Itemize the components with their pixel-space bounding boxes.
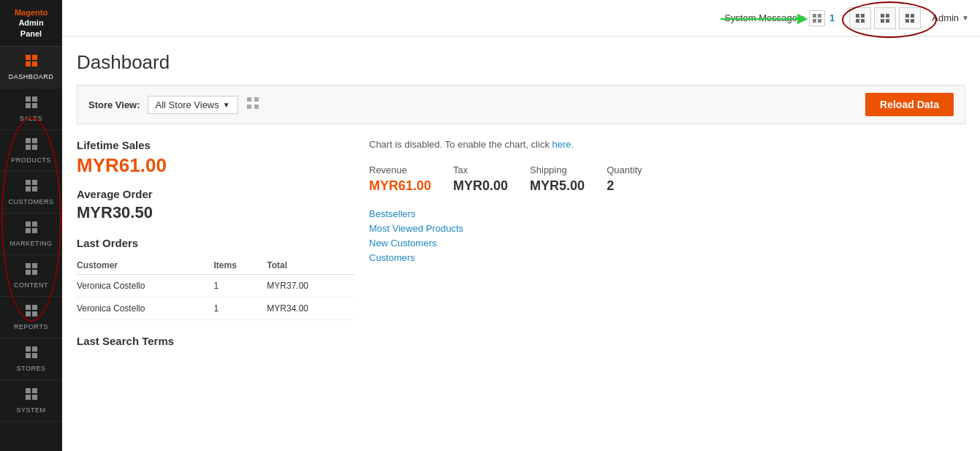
topbar-view-icons — [849, 7, 921, 29]
stat-quantity-label: Quantity — [607, 164, 642, 175]
svg-rect-7 — [32, 103, 37, 108]
svg-rect-2 — [26, 61, 31, 67]
svg-rect-13 — [32, 180, 37, 185]
content-icon — [25, 262, 38, 279]
store-view-dropdown[interactable]: All Store Views ▼ — [148, 96, 238, 114]
svg-rect-14 — [26, 186, 31, 192]
svg-rect-51 — [911, 14, 914, 18]
content-area: Dashboard Store View: All Store Views ▼ … — [62, 37, 980, 451]
dashboard-left: Lifetime Sales MYR61.00 Average Order MY… — [77, 139, 354, 347]
products-icon — [25, 137, 38, 154]
quick-link-bestsellers[interactable]: Bestsellers — [369, 208, 965, 219]
avg-order-value: MYR30.50 — [77, 203, 354, 222]
table-row: Veronica Costello 1 MYR37.00 — [77, 275, 354, 297]
reload-data-button[interactable]: Reload Data — [865, 93, 954, 116]
last-orders-table: Customer Items Total Veronica Costello 1… — [77, 257, 354, 320]
sidebar-item-system[interactable]: SYSTEM — [0, 380, 62, 422]
svg-rect-43 — [861, 14, 865, 18]
store-view-label: Store View: — [88, 99, 140, 110]
sidebar-item-products[interactable]: PRODUCTS — [0, 130, 62, 172]
svg-rect-42 — [856, 14, 859, 18]
system-messages-label: System Messages: — [724, 12, 805, 23]
svg-rect-8 — [26, 138, 31, 143]
svg-rect-16 — [26, 221, 31, 227]
svg-rect-25 — [32, 305, 37, 310]
svg-rect-33 — [32, 388, 37, 393]
sidebar-item-marketing[interactable]: MARKETING — [0, 213, 62, 255]
store-view-config-icon[interactable] — [246, 96, 260, 114]
customers-icon — [25, 179, 38, 196]
topbar: System Messages: 1 Admin ▼ — [62, 0, 980, 37]
logo-magento: Magento — [15, 8, 48, 17]
system-icon — [25, 387, 38, 404]
svg-rect-15 — [32, 186, 37, 192]
quick-link-most-viewed[interactable]: Most Viewed Products — [369, 223, 965, 234]
view-icon-3[interactable] — [899, 7, 921, 29]
svg-rect-50 — [905, 14, 909, 18]
stat-tax-value: MYR0.00 — [453, 178, 508, 194]
system-messages-icon[interactable] — [809, 10, 825, 26]
sidebar-item-label-dashboard: DASHBOARD — [9, 73, 54, 80]
view-icon-2[interactable] — [874, 7, 896, 29]
svg-rect-32 — [26, 388, 31, 393]
lifetime-sales-label: Lifetime Sales — [77, 139, 354, 151]
svg-rect-49 — [886, 19, 889, 23]
admin-chevron-icon: ▼ — [962, 14, 969, 22]
chart-enable-link[interactable]: here. — [552, 139, 574, 150]
svg-rect-26 — [26, 311, 31, 317]
svg-rect-53 — [911, 19, 914, 23]
order-total-1: MYR37.00 — [267, 275, 354, 297]
sidebar-item-label-stores: STORES — [17, 365, 46, 372]
dashboard-icon — [25, 54, 38, 71]
sidebar-item-reports[interactable]: REPORTS — [0, 297, 62, 338]
stat-tax-label: Tax — [453, 164, 508, 175]
main-content: System Messages: 1 Admin ▼ Dashboard — [62, 0, 980, 451]
svg-rect-4 — [26, 96, 31, 102]
svg-rect-41 — [818, 19, 821, 23]
svg-rect-3 — [32, 61, 37, 67]
sales-icon — [25, 96, 38, 113]
sidebar-item-dashboard[interactable]: DASHBOARD — [0, 47, 62, 88]
svg-rect-18 — [26, 228, 31, 233]
svg-rect-21 — [32, 263, 37, 268]
sidebar-item-customers[interactable]: CUSTOMERS — [0, 172, 62, 213]
admin-label: Admin — [932, 12, 959, 23]
svg-rect-12 — [26, 180, 31, 185]
dashboard-body: Lifetime Sales MYR61.00 Average Order MY… — [77, 139, 965, 347]
stat-tax: Tax MYR0.00 — [453, 164, 508, 194]
stat-shipping-label: Shipping — [530, 164, 585, 175]
svg-rect-5 — [32, 96, 37, 102]
svg-rect-46 — [881, 14, 884, 18]
stat-shipping-value: MYR5.00 — [530, 178, 585, 194]
sidebar-item-label-reports: REPORTS — [14, 323, 48, 330]
sidebar-item-content[interactable]: CONTENT — [0, 255, 62, 297]
quick-link-new-customers[interactable]: New Customers — [369, 238, 965, 249]
stats-row: Revenue MYR61.00 Tax MYR0.00 Shipping MY… — [369, 164, 965, 194]
svg-rect-27 — [32, 311, 37, 317]
store-view-bar: Store View: All Store Views ▼ Reload Dat… — [77, 85, 965, 124]
svg-rect-44 — [856, 19, 859, 23]
stat-quantity: Quantity 2 — [607, 164, 642, 194]
col-items: Items — [214, 257, 267, 275]
system-messages-count[interactable]: 1 — [829, 12, 835, 23]
sidebar-item-label-sales: SALES — [20, 115, 43, 122]
svg-rect-6 — [26, 103, 31, 108]
svg-rect-48 — [881, 19, 884, 23]
stores-icon — [25, 346, 38, 363]
svg-rect-30 — [26, 353, 31, 358]
table-row: Veronica Costello 1 MYR34.00 — [77, 297, 354, 320]
sidebar-item-sales[interactable]: SALES — [0, 88, 62, 130]
sidebar-item-stores[interactable]: STORES — [0, 338, 62, 380]
svg-rect-10 — [26, 145, 31, 150]
quick-link-customers[interactable]: Customers — [369, 252, 965, 263]
last-orders-title: Last Orders — [77, 237, 354, 249]
admin-menu[interactable]: Admin ▼ — [932, 12, 969, 23]
svg-rect-19 — [32, 228, 37, 233]
store-view-selected: All Store Views — [156, 99, 219, 110]
col-customer: Customer — [77, 257, 214, 275]
page-title: Dashboard — [77, 51, 965, 74]
order-customer-1: Veronica Costello — [77, 275, 214, 297]
logo-panel: Panel — [20, 29, 42, 38]
view-icon-1[interactable] — [849, 7, 871, 29]
svg-rect-55 — [254, 97, 259, 102]
